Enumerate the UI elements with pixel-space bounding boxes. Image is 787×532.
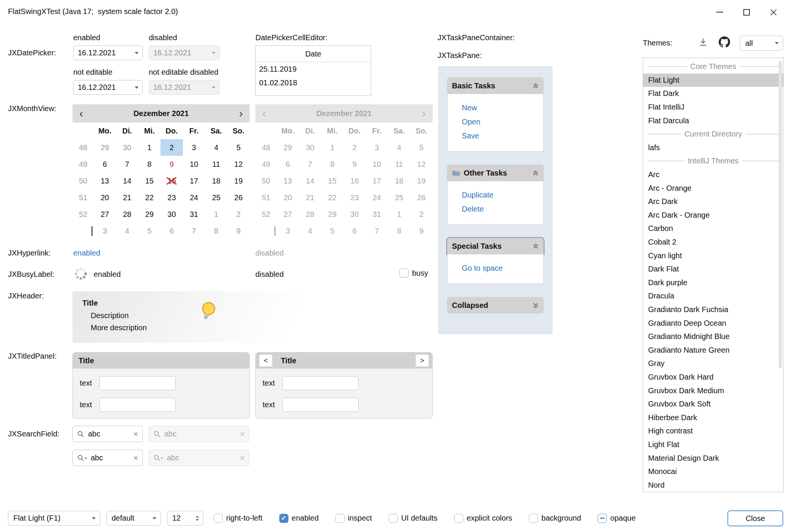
text-input[interactable]: [99, 376, 176, 390]
inspect-checkbox[interactable]: [335, 514, 345, 523]
taskpane-link-duplicate[interactable]: Duplicate: [462, 188, 543, 202]
font-size-spinner[interactable]: 12: [167, 511, 203, 526]
theme-list-item-monocai[interactable]: Monocai: [643, 465, 783, 479]
search-field[interactable]: abc×: [72, 450, 143, 466]
calendar-date[interactable]: 11: [205, 156, 227, 173]
theme-list-item-cyan-light[interactable]: Cyan light: [643, 249, 783, 262]
close-window-button[interactable]: [760, 0, 787, 24]
calendar-date[interactable]: 29: [94, 139, 116, 156]
calendar-date[interactable]: 8: [205, 223, 227, 239]
theme-list-item-dark-purple[interactable]: Dark purple: [643, 276, 783, 290]
close-button[interactable]: Close: [727, 510, 783, 526]
clear-search-icon[interactable]: ×: [133, 430, 138, 438]
calendar-date[interactable]: 1: [205, 206, 227, 223]
calendar-date[interactable]: 12: [227, 156, 250, 173]
theme-list-item-gruvbox-dark-medium[interactable]: Gruvbox Dark Medium: [643, 384, 783, 397]
taskpane-link-delete[interactable]: Delete: [462, 202, 543, 216]
datepicker-dropdown-button[interactable]: [131, 80, 142, 94]
theme-list-item-flat-dark[interactable]: Flat Dark: [643, 87, 783, 100]
datepicker-not-editable-field[interactable]: 16.12.2021: [73, 80, 143, 95]
theme-list-item-gradianto-midnight-blue[interactable]: Gradianto Midnight Blue: [643, 330, 783, 344]
busy-checkbox[interactable]: [400, 268, 409, 278]
background-checkbox[interactable]: [529, 514, 538, 523]
theme-list-item-dracula[interactable]: Dracula: [643, 289, 783, 303]
calendar-date[interactable]: 13: [94, 173, 116, 189]
calendar-date[interactable]: 17: [183, 173, 205, 189]
clear-search-icon[interactable]: ×: [133, 454, 138, 462]
calendar-date[interactable]: 18: [205, 173, 227, 189]
theme-list-item-gradianto-nature-green[interactable]: Gradianto Nature Green: [643, 343, 783, 357]
calendar-date[interactable]: 7: [116, 156, 139, 173]
table-column-header[interactable]: Date: [256, 46, 371, 62]
calendar-date[interactable]: 16: [161, 173, 183, 189]
theme-list-item-flat-darcula[interactable]: Flat Darcula: [643, 114, 783, 127]
calendar-date[interactable]: 24: [183, 189, 205, 206]
calendar-date[interactable]: 20: [94, 189, 116, 206]
spinner-down-icon[interactable]: [196, 519, 199, 521]
theme-list-item-arc[interactable]: Arc: [643, 168, 783, 182]
text-input[interactable]: [99, 398, 176, 412]
theme-list-item-flat-light[interactable]: Flat Light: [643, 74, 783, 87]
hyperlink-enabled[interactable]: enabled: [73, 249, 100, 257]
calendar-date[interactable]: 5: [138, 223, 161, 239]
opaque-checkbox[interactable]: [598, 514, 607, 523]
minimize-button[interactable]: [706, 0, 733, 24]
theme-list-item-material-design-dark[interactable]: Material Design Dark: [643, 451, 783, 465]
right-to-left-checkbox[interactable]: [214, 514, 223, 523]
calendar-date[interactable]: 19: [227, 173, 250, 189]
text-input[interactable]: [282, 376, 359, 390]
theme-list-item-gruvbox-dark-soft[interactable]: Gruvbox Dark Soft: [643, 397, 783, 411]
theme-list-item-gradianto-deep-ocean[interactable]: Gradianto Deep Ocean: [643, 316, 783, 330]
theme-list-item-high-contrast[interactable]: High contrast: [643, 424, 783, 438]
text-input[interactable]: [282, 398, 359, 412]
calendar-date[interactable]: 3: [183, 139, 205, 156]
titled-panel-prev-button[interactable]: <: [259, 354, 273, 367]
calendar-date[interactable]: 29: [138, 206, 161, 223]
search-field[interactable]: abc×: [72, 426, 143, 442]
theme-list-item-flat-intellij[interactable]: Flat IntelliJ: [643, 100, 783, 114]
calendar-date[interactable]: 4: [205, 139, 227, 156]
theme-list-item-light-flat[interactable]: Light Flat: [643, 438, 783, 452]
theme-list-item-dark-flat[interactable]: Dark Flat: [643, 262, 783, 276]
spinner-up-icon[interactable]: [196, 516, 199, 518]
prev-month-button[interactable]: ‹: [78, 108, 85, 119]
calendar-date[interactable]: 8: [138, 156, 161, 173]
table-row[interactable]: 25.11.2019: [256, 62, 371, 76]
calendar-date[interactable]: 4: [116, 223, 139, 239]
calendar-date[interactable]: 2: [227, 206, 250, 223]
calendar-date[interactable]: 7: [183, 223, 205, 239]
table-row[interactable]: 01.02.2018: [256, 76, 371, 89]
calendar-date[interactable]: 30: [116, 139, 139, 156]
theme-list-item-gruvbox-dark-hard[interactable]: Gruvbox Dark Hard: [643, 370, 783, 384]
datepicker-dropdown-button[interactable]: [131, 46, 142, 60]
theme-list-item-gray[interactable]: Gray: [643, 357, 783, 370]
calendar-date[interactable]: 15: [138, 173, 161, 189]
theme-list-item-lafs[interactable]: lafs: [643, 141, 783, 155]
calendar-date[interactable]: 14: [116, 173, 139, 189]
taskpane-title-collapsed[interactable]: Collapsed: [447, 297, 544, 314]
taskpane-title-other-tasks[interactable]: Other Tasks: [447, 165, 544, 181]
calendar-date[interactable]: 9: [227, 223, 250, 239]
taskpane-link-go-to-space[interactable]: Go to space: [462, 261, 543, 275]
search-with-menu-icon[interactable]: [77, 454, 87, 462]
download-icon[interactable]: [698, 38, 708, 47]
enabled-checkbox[interactable]: [279, 514, 288, 523]
theme-list-item-arc-dark-orange[interactable]: Arc Dark - Orange: [643, 209, 783, 222]
theme-list-item-arc-orange[interactable]: Arc - Orange: [643, 181, 783, 195]
datepicker-enabled-field[interactable]: 16.12.2021: [73, 46, 143, 60]
calendar-date[interactable]: 9: [161, 156, 183, 173]
next-month-button[interactable]: ›: [238, 108, 244, 119]
calendar-date[interactable]: 6: [161, 223, 183, 239]
taskpane-title-basic-tasks[interactable]: Basic Tasks: [447, 77, 544, 94]
theme-list-item-gradianto-dark-fuchsia[interactable]: Gradianto Dark Fuchsia: [643, 303, 783, 317]
laf-combobox[interactable]: Flat Light (F1): [8, 511, 100, 526]
calendar-date[interactable]: 31: [183, 206, 205, 223]
calendar-date[interactable]: 26: [227, 189, 250, 206]
titled-panel-next-button[interactable]: >: [415, 354, 429, 367]
calendar-date[interactable]: 27: [94, 206, 116, 223]
theme-list-item-arc-dark[interactable]: Arc Dark: [643, 195, 783, 209]
theme-list-item-nord[interactable]: Nord: [643, 478, 783, 492]
calendar-date[interactable]: 3: [94, 223, 116, 239]
github-icon[interactable]: [719, 36, 730, 48]
taskpane-title-special-tasks[interactable]: Special Tasks: [447, 238, 544, 254]
